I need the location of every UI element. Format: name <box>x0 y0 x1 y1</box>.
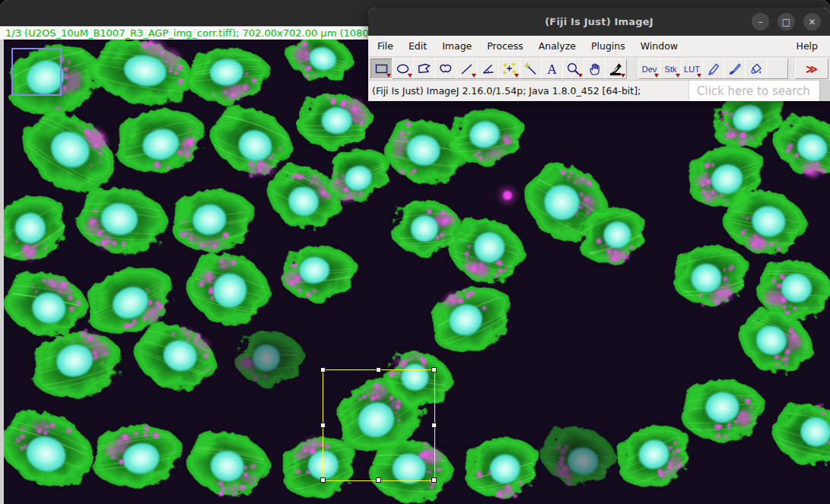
close-icon: ✕ <box>808 17 816 27</box>
pencil-tool[interactable] <box>702 59 724 79</box>
roi-handle[interactable] <box>431 423 437 428</box>
menu-analyze[interactable]: Analyze <box>531 40 584 52</box>
angle-icon <box>480 62 497 77</box>
roi-handle[interactable] <box>320 423 326 428</box>
roi-handle[interactable] <box>320 477 326 483</box>
dropdown-triangle-icon <box>514 74 519 78</box>
rectangle-tool[interactable] <box>370 59 393 79</box>
polygon-tool[interactable] <box>413 59 435 79</box>
oval-tool[interactable] <box>392 59 414 79</box>
screen: 1/3 (U2OS_10uM_B1007_R3_AGP_img_corr.tif… <box>0 0 830 504</box>
minimize-icon: – <box>758 17 763 27</box>
roi-handle[interactable] <box>376 477 381 483</box>
maximize-icon: □ <box>782 17 790 27</box>
dev-tool-label: Dev <box>642 65 657 74</box>
dropdown-triangle-icon <box>408 74 412 78</box>
roi-handle[interactable] <box>376 367 381 372</box>
hand-tool[interactable] <box>584 59 606 79</box>
wand-tool[interactable] <box>520 59 542 79</box>
more-tools[interactable]: ≫ <box>795 59 828 79</box>
search-corner <box>819 81 830 101</box>
freehand-icon <box>437 62 454 77</box>
text-icon: A <box>544 62 561 77</box>
dropdown-triangle-icon <box>472 74 476 78</box>
dropdown-triangle-icon <box>578 74 583 78</box>
roi-handle[interactable] <box>431 477 437 483</box>
menu-image[interactable]: Image <box>434 40 479 52</box>
window-title: (Fiji Is Just) ImageJ <box>545 16 654 27</box>
lut-tool[interactable]: LUT <box>681 59 703 79</box>
dropdown-triangle-icon <box>621 74 625 78</box>
menu-window[interactable]: Window <box>633 40 685 52</box>
svg-text:A: A <box>546 62 556 76</box>
flood-fill-tool[interactable] <box>745 59 767 79</box>
hand-icon <box>587 62 603 77</box>
zoom-indicator[interactable] <box>11 48 62 96</box>
color-picker-tool[interactable] <box>605 59 627 79</box>
polygon-icon <box>416 62 433 77</box>
dev-tool[interactable]: Dev <box>638 59 660 79</box>
status-bar: (Fiji Is Just) ImageJ 2.16.0/1.54p; Java… <box>368 80 830 101</box>
empty-slot <box>766 59 788 79</box>
search-input[interactable] <box>688 81 819 101</box>
angle-tool[interactable] <box>477 59 499 79</box>
micrograph-canvas[interactable] <box>4 40 830 504</box>
toolbar: ADevStkLUT≫ <box>368 57 830 80</box>
window-controls: –□✕ <box>752 13 821 30</box>
maximize-button[interactable]: □ <box>778 13 795 30</box>
freehand-tool[interactable] <box>434 59 456 79</box>
wand-icon <box>523 62 539 77</box>
minimize-button[interactable]: – <box>752 13 769 30</box>
dropdown-triangle-icon <box>697 74 701 78</box>
roi-handle[interactable] <box>431 367 437 372</box>
stk-tool-label: Stk <box>665 65 677 74</box>
stk-tool[interactable]: Stk <box>660 59 682 79</box>
menu-process[interactable]: Process <box>479 40 530 52</box>
more-tools-icon: ≫ <box>806 62 818 76</box>
menu-plugins[interactable]: Plugins <box>584 40 633 52</box>
menu-edit[interactable]: Edit <box>401 40 434 52</box>
roi-handle[interactable] <box>320 367 326 372</box>
menu-file[interactable]: File <box>370 40 401 52</box>
pencil-icon <box>705 62 722 77</box>
dropdown-triangle-icon <box>676 74 680 78</box>
lut-tool-label: LUT <box>684 65 700 74</box>
imagej-titlebar[interactable]: (Fiji Is Just) ImageJ –□✕ <box>368 8 830 36</box>
menu-bar: FileEditImageProcessAnalyzePluginsWindow… <box>368 36 830 57</box>
fill-icon <box>748 62 765 77</box>
menu-help[interactable]: Help <box>789 40 826 52</box>
brush-icon <box>727 62 743 77</box>
status-text: (Fiji Is Just) ImageJ 2.16.0/1.54p; Java… <box>368 85 641 97</box>
roi-selection[interactable] <box>323 369 435 481</box>
imagej-window: (Fiji Is Just) ImageJ –□✕ FileEditImageP… <box>368 8 830 101</box>
paintbrush-tool[interactable] <box>723 59 746 79</box>
dropdown-triangle-icon <box>654 74 659 78</box>
toolbar-spacer <box>627 59 639 79</box>
close-button[interactable]: ✕ <box>803 13 821 30</box>
zoom-tool[interactable] <box>562 59 584 79</box>
dropdown-triangle-icon <box>386 74 391 78</box>
text-tool[interactable]: A <box>541 59 563 79</box>
point-tool[interactable] <box>498 59 520 79</box>
line-tool[interactable] <box>456 59 478 79</box>
